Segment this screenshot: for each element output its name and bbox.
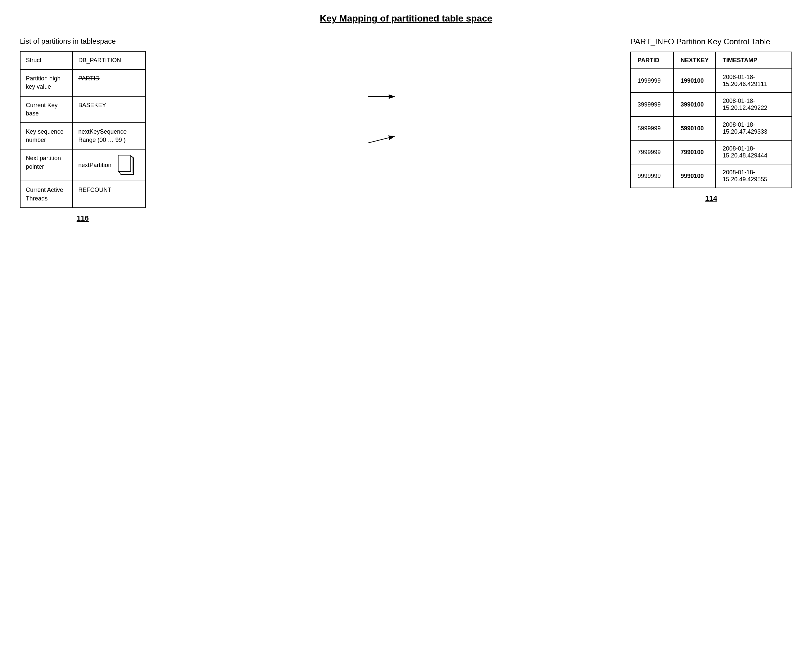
row-current-key-base-label: Current Key base (20, 96, 72, 123)
timestamp-cell: 2008-01-18-15.20.46.429111 (716, 69, 792, 93)
row-current-active-threads-label: Current Active Threads (20, 181, 72, 207)
right-section: PART_INFO Partition Key Control Table PA… (630, 37, 792, 203)
partid-cell: 7999999 (630, 140, 674, 164)
struct-header-left: Struct (20, 51, 72, 70)
col-partid-header: PARTID (630, 52, 674, 69)
partid-cell: 5999999 (630, 116, 674, 140)
row-key-sequence-value: nextKeySequence Range (00 … 99 ) (72, 123, 145, 149)
timestamp-cell: 2008-01-18-15.20.48.429444 (716, 140, 792, 164)
left-figure-label: 116 (77, 214, 89, 222)
page-title: Key Mapping of partitioned table space (20, 13, 792, 24)
row-current-key-base-value: BASEKEY (72, 96, 145, 123)
struct-table: Struct DB_PARTITION Partition high key v… (20, 51, 146, 208)
part-info-table: PARTID NEXTKEY TIMESTAMP 199999919901002… (630, 52, 792, 188)
row-partition-high-key-value: PARTID (72, 70, 145, 96)
right-figure-label: 114 (705, 194, 717, 203)
partid-cell: 3999999 (630, 93, 674, 116)
svg-line-1 (368, 136, 395, 143)
row-current-active-threads-value: REFCOUNT (72, 181, 145, 207)
nextkey-cell: 7990100 (674, 140, 716, 164)
col-nextkey-header: NEXTKEY (674, 52, 716, 69)
timestamp-cell: 2008-01-18-15.20.49.429555 (716, 164, 792, 188)
nextkey-cell: 5990100 (674, 116, 716, 140)
nextkey-cell: 3990100 (674, 93, 716, 116)
row-key-sequence-label: Key sequence number (20, 123, 72, 149)
partid-cell: 9999999 (630, 164, 674, 188)
right-section-label: PART_INFO Partition Key Control Table (630, 37, 770, 46)
timestamp-cell: 2008-01-18-15.20.12.429222 (716, 93, 792, 116)
row-next-partition-value: nextPartition (72, 149, 145, 181)
timestamp-cell: 2008-01-18-15.20.47.429333 (716, 116, 792, 140)
part-info-row: 799999979901002008-01-18-15.20.48.429444 (630, 140, 792, 164)
col-timestamp-header: TIMESTAMP (716, 52, 792, 69)
left-section: List of partitions in tablespace Struct … (20, 37, 146, 222)
part-info-row: 199999919901002008-01-18-15.20.46.429111 (630, 69, 792, 93)
nextkey-cell: 1990100 (674, 69, 716, 93)
arrow-diagram (368, 77, 408, 275)
row-next-partition-label: Next partition pointer (20, 149, 72, 181)
part-info-row: 599999959901002008-01-18-15.20.47.429333 (630, 116, 792, 140)
struct-header-right: DB_PARTITION (72, 51, 145, 70)
left-section-label: List of partitions in tablespace (20, 37, 116, 46)
part-info-row: 399999939901002008-01-18-15.20.12.429222 (630, 93, 792, 116)
partid-cell: 1999999 (630, 69, 674, 93)
part-info-row: 999999999901002008-01-18-15.20.49.429555 (630, 164, 792, 188)
row-partition-high-key-label: Partition high key value (20, 70, 72, 96)
nextkey-cell: 9990100 (674, 164, 716, 188)
